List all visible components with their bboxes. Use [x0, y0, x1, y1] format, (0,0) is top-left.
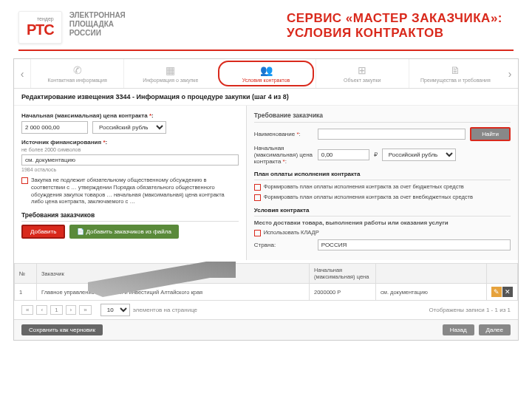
- wizard-tabs: ‹ ✆ Контактная информация ▦ Информация о…: [14, 59, 518, 89]
- per-page-select[interactable]: 10: [100, 304, 130, 316]
- checkbox-icon: [254, 194, 261, 201]
- left-column: Начальная (максимальная) цена контракта …: [14, 106, 246, 260]
- right-currency-select[interactable]: Российский рубль: [382, 149, 456, 161]
- discussion-text: Закупка не подлежит обязательному общест…: [31, 177, 239, 205]
- col-actions: [487, 264, 518, 284]
- name-input[interactable]: [318, 129, 466, 140]
- next-button[interactable]: Далее: [479, 324, 511, 335]
- remaining-chars: 1984 осталось: [21, 167, 239, 172]
- source-label: Источник финансирования *:: [21, 139, 107, 146]
- pager-page[interactable]: 1: [50, 305, 62, 315]
- back-button[interactable]: Назад: [443, 324, 474, 335]
- pager-prev[interactable]: ‹: [36, 305, 47, 315]
- tabs-next[interactable]: ›: [502, 59, 518, 88]
- col-n: №: [15, 264, 37, 284]
- tab-contact-info[interactable]: ✆ Контактная информация: [30, 59, 123, 88]
- col-price: Начальная (максимальная) цена: [310, 264, 376, 284]
- add-button[interactable]: Добавить: [21, 225, 65, 239]
- delete-icon[interactable]: ✕: [502, 287, 513, 297]
- delivery-label: Место доставки товара, выполнения работы…: [254, 219, 511, 226]
- price-label: Начальная (максимальная) цена контракта …: [21, 112, 154, 119]
- plan-title: План оплаты исполнения контракта: [254, 171, 511, 180]
- source-note: не более 2000 символов: [21, 147, 239, 152]
- pager-last[interactable]: »: [79, 305, 91, 315]
- add-from-file-button[interactable]: 📄 Добавить заказчиков из файла: [69, 225, 179, 239]
- right-panel: Требование заказчика Наименование *: Най…: [246, 106, 518, 260]
- col-customer: Заказчик: [37, 264, 310, 284]
- plan-budget-checkbox[interactable]: Формировать план оплаты исполнения контр…: [254, 183, 511, 191]
- subheader: Редактирование извещения 3344 - Информац…: [14, 89, 518, 106]
- right-header: Требование заказчика: [254, 112, 511, 123]
- save-draft-button[interactable]: Сохранить как черновик: [21, 324, 103, 335]
- logo-subtitle: ЭЛЕКТРОННАЯ ПЛОЩАДКА РОССИИ: [69, 11, 126, 38]
- tab-advantages[interactable]: 🗎 Преимущества и требования: [409, 59, 502, 88]
- logo: тендер РТС: [18, 11, 62, 44]
- tab-purchase-object[interactable]: ⊞ Объект закупки: [316, 59, 409, 88]
- currency-select[interactable]: Российский рубль: [92, 121, 166, 134]
- right-price-input[interactable]: [318, 149, 369, 160]
- pager-status: Отображены записи 1 - 1 из 1: [429, 307, 511, 313]
- pager: « ‹ 1 › » 10 элементов на странице Отобр…: [14, 301, 518, 319]
- table-row[interactable]: 1 Главное управление экономики и инвести…: [15, 284, 518, 301]
- page-title: СЕРВИС «МАСТЕР ЗАКАЗЧИКА»: УСЛОВИЯ КОНТР…: [287, 11, 502, 41]
- checkbox-icon: [21, 177, 28, 184]
- tab-purchase-info[interactable]: ▦ Информация о закупке: [123, 59, 216, 88]
- app-window: ‹ ✆ Контактная информация ▦ Информация о…: [13, 58, 519, 341]
- document-icon: 🗎: [450, 64, 460, 76]
- per-page-label: элементов на странице: [133, 307, 197, 313]
- footer: Сохранить как черновик Назад Далее: [14, 319, 518, 340]
- plan-extrabudget-checkbox[interactable]: Формировать план оплаты исполнения контр…: [254, 194, 511, 201]
- currency-caret: ₽: [374, 151, 378, 158]
- discussion-checkbox-row[interactable]: Закупка не подлежит обязательному общест…: [21, 177, 239, 205]
- checkbox-icon: [254, 184, 261, 191]
- logo-tender: тендер: [27, 16, 54, 21]
- tab-contract-terms[interactable]: 👥 Условия контрактов: [218, 61, 313, 86]
- customers-table: № Заказчик Начальная (максимальная) цена…: [14, 263, 518, 301]
- col-doc: [376, 264, 487, 284]
- pager-next[interactable]: ›: [66, 305, 77, 315]
- logo-rtc: РТС: [27, 21, 54, 38]
- phone-icon: ✆: [73, 64, 82, 76]
- find-button[interactable]: Найти: [470, 127, 511, 141]
- conditions-title: Условия контракта: [254, 207, 511, 216]
- source-input[interactable]: [21, 154, 239, 166]
- pager-first[interactable]: «: [21, 305, 33, 315]
- edit-icon[interactable]: ✎: [491, 287, 502, 297]
- grid-icon: ⊞: [358, 64, 366, 76]
- checkbox-icon: [254, 230, 261, 236]
- right-price-label: Начальная (максимальная) цена контракта …: [254, 145, 313, 165]
- tabs-prev[interactable]: ‹: [14, 59, 30, 88]
- divider: [18, 50, 514, 51]
- requirements-title: Требования заказчиков: [21, 211, 239, 222]
- name-label: Наименование *:: [254, 131, 313, 137]
- price-input[interactable]: [21, 121, 88, 134]
- calendar-icon: ▦: [166, 64, 175, 76]
- people-icon: 👥: [260, 64, 273, 76]
- country-label: Страна:: [254, 242, 313, 248]
- kladr-checkbox[interactable]: Использовать КЛАДР: [254, 229, 511, 236]
- country-input[interactable]: [318, 239, 511, 250]
